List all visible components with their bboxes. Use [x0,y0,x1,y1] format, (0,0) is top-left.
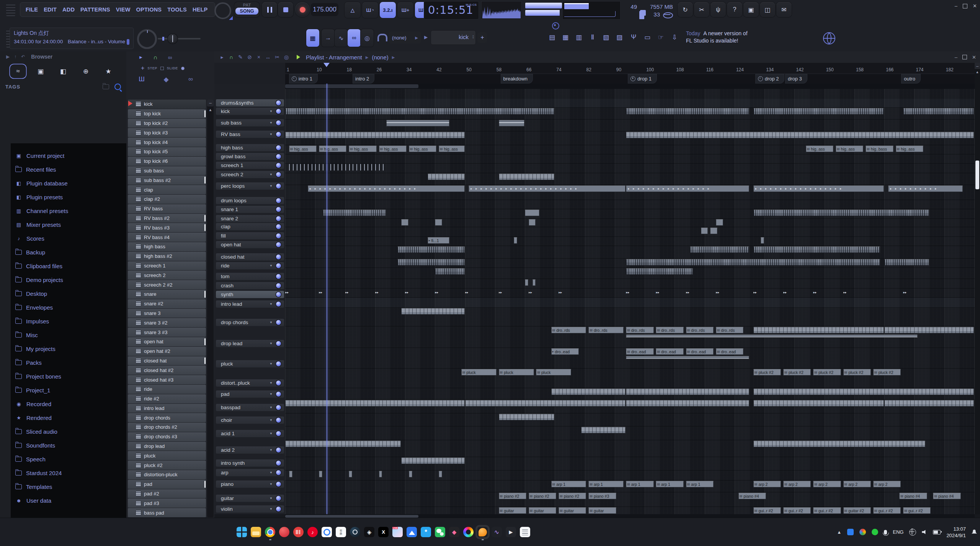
clip[interactable]: ▸▸▸▸▸▸▸▸▸▸▸▸▸▸▸▸▸▸ [753,185,884,192]
track-mute-led[interactable] [276,320,281,325]
clip[interactable]: ▤hig..bass [866,146,893,152]
track-mute-led[interactable] [276,380,281,385]
oscilloscope[interactable] [482,2,521,19]
clip[interactable]: ▤pluck [461,369,497,375]
menu-options[interactable]: OPTIONS [136,7,162,13]
favorites-tab-icon[interactable]: ★ [100,64,116,78]
track-menu-arrow[interactable]: ▼ [270,321,273,324]
lane-closed-hat[interactable] [285,259,975,268]
slip-tool-icon[interactable]: ↔ [264,54,272,60]
search-icon[interactable] [114,84,121,90]
track-menu-arrow[interactable]: ▼ [270,497,273,500]
window-close-button[interactable]: ✕ [973,3,977,9]
browser-item-backup[interactable]: Backup [11,245,126,259]
clip[interactable]: ▤guitar [499,507,526,514]
pattern-spinner[interactable]: ▲▼ [472,34,474,39]
clip[interactable]: ▸▸ [465,289,469,295]
clip[interactable] [386,120,449,126]
playlist-zoom-scrollbar[interactable] [285,84,975,89]
clip[interactable] [884,400,974,407]
pattern-item-closed-hat-2[interactable]: closed hat #2 [128,366,206,375]
pause-button[interactable] [262,2,277,17]
slide-toggle[interactable] [181,67,185,70]
pattern-item-open-hat[interactable]: open hat [128,337,206,346]
clip[interactable]: ▤guitar [588,507,616,514]
playlist-window-icon[interactable]: ▤ [546,31,558,44]
zoom-scrollbar-handle[interactable] [285,84,418,88]
pattern-item-drop-chords-2[interactable]: drop chords #2 [128,423,206,432]
clip[interactable] [626,400,749,407]
playlist-track-crash[interactable]: crash [214,282,285,290]
playlist-minimize-button[interactable]: – [955,54,957,60]
clip[interactable]: ▸▸ [753,289,757,295]
playlist-track-drum-loops[interactable]: drum loops [214,197,285,205]
playlist-track-screech-1[interactable]: screech 1 [214,161,285,171]
playlist-track-piano[interactable]: piano▼ [214,480,285,494]
clip[interactable]: ▤hig..ass [379,146,407,152]
playlist-arrangement-menu[interactable]: (none) [372,54,388,61]
menu-file[interactable]: FILE [26,7,38,13]
lane-drum-loops[interactable] [285,200,975,209]
clip[interactable] [285,132,465,138]
clip[interactable]: ▤dro..rds [551,327,586,333]
track-mute-led[interactable] [276,184,281,189]
cloud-app-icon[interactable] [322,527,332,537]
pattern-item-top-kick-5[interactable]: top kick #5 [128,147,206,156]
track-mute-led[interactable] [276,145,281,150]
files-tab-icon[interactable]: ▣ [33,64,49,78]
snap-selector[interactable]: (none) ▶ [389,31,421,44]
stop-button[interactable] [278,2,293,17]
clip[interactable] [690,246,750,253]
pattern-item-closed-hat-3[interactable]: closed hat #3 [128,375,206,384]
browser-item-recent-files[interactable]: Recent files [11,162,126,176]
browser-item-impulses[interactable]: Impulses [11,314,126,328]
playlist-track-snare-1[interactable]: snare 1 [214,205,285,215]
track-menu-arrow[interactable]: ▼ [270,406,273,409]
pattern-item-top-kick-2[interactable]: top kick #2 [128,119,206,128]
clip[interactable] [285,441,401,447]
playlist-track-choir[interactable]: choir▼ [214,416,285,430]
playlist-track-intro-synth[interactable]: intro synth [214,459,285,469]
lane-pluck[interactable]: ▤pluck▤pluck▤pluck▤pluck #2▤pluck #2▤plu… [285,369,975,388]
clip[interactable]: ▤arp 1 [551,481,586,487]
clip[interactable]: ▤gui..r #2 [813,507,841,514]
red-media-icon[interactable] [279,527,289,537]
pattern-item-clap[interactable]: clap [128,185,206,194]
playlist-track-guitar[interactable]: guitar▼ [214,494,285,505]
metronome-icon[interactable]: △ [345,2,361,18]
clip[interactable] [753,246,880,253]
clip[interactable] [532,279,536,286]
clip[interactable]: ▸▸▸▸▸▸▸▸▸▸ [888,185,963,192]
star-chat-icon[interactable]: * [421,527,431,537]
clip[interactable]: ▸▸ [716,289,719,295]
track-mute-led[interactable] [276,405,281,410]
pitch-slider-handle[interactable] [168,34,178,44]
menu-view[interactable]: VIEW [116,7,131,13]
update-notice[interactable]: TodayA newer version of FL Studio is ava… [686,30,748,44]
playlist-track-pad[interactable]: pad▼ [214,390,285,403]
news-globe-icon[interactable] [823,32,835,44]
track-menu-arrow[interactable]: ▼ [270,133,273,136]
track-mute-led[interactable] [276,154,281,159]
lane-acid-1[interactable] [285,440,975,457]
master-pitch-knob[interactable] [137,29,157,49]
browser-item-project-1[interactable]: Project_1 [11,383,126,397]
tray-icon-blue[interactable] [847,529,854,535]
slide-mode-label[interactable]: SLIDE [167,66,178,70]
track-menu-arrow[interactable]: ▼ [270,184,273,188]
record-button[interactable] [295,2,310,17]
clip[interactable] [428,174,465,180]
lane-snare-1[interactable] [285,209,975,219]
music-bars-icon[interactable] [293,527,304,537]
clip[interactable]: ▤pluck [536,369,571,375]
track-menu-arrow[interactable]: ▼ [270,507,273,511]
browser-item-my-projects[interactable]: My projects [11,342,126,356]
lane-ride[interactable] [285,268,975,279]
clip[interactable]: ▸▸ [375,289,379,295]
clip[interactable]: ▤dro..rds [626,327,653,333]
track-mute-led[interactable] [276,132,281,137]
browser-item-plugin-database[interactable]: ◧Plugin database [11,176,126,190]
pattern-item-screech-1[interactable]: screech 1 [128,261,206,271]
pattern-item-rv-bass-2[interactable]: RV bass #2 [128,214,206,223]
netease-music-icon[interactable]: ♪ [307,527,318,537]
